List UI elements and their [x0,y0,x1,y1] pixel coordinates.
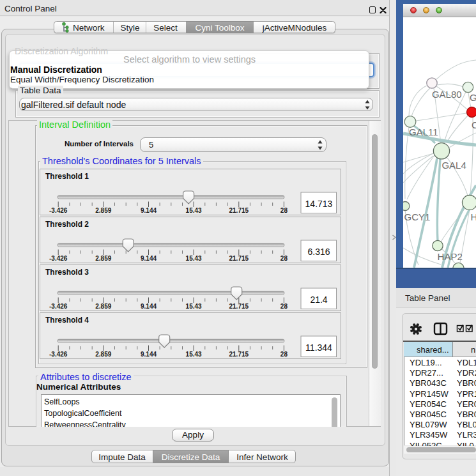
svg-text:GA: GA [470,92,476,103]
svg-text:9.144: 9.144 [141,255,157,262]
svg-text:9.144: 9.144 [141,351,157,358]
svg-text:2.859: 2.859 [95,303,111,310]
svg-text:28: 28 [280,207,288,214]
svg-text:15.43: 15.43 [186,351,202,358]
svg-text:15.43: 15.43 [186,303,202,310]
svg-text:21.715: 21.715 [229,303,249,310]
svg-text:C: C [472,119,476,130]
svg-text:28: 28 [280,255,288,262]
svg-text:6.316: 6.316 [307,247,330,257]
svg-text:HAP2: HAP2 [438,251,463,262]
svg-text:GAL4: GAL4 [441,160,466,171]
svg-text:2.859: 2.859 [95,351,111,358]
svg-text:21.715: 21.715 [229,207,249,214]
svg-text:21.4: 21.4 [310,295,327,305]
svg-text:GCY1: GCY1 [404,211,431,222]
svg-text:Threshold 3: Threshold 3 [45,268,89,277]
svg-text:9.144: 9.144 [141,303,157,310]
svg-text:2.859: 2.859 [95,207,111,214]
svg-text:28: 28 [280,303,288,310]
svg-text:2.859: 2.859 [95,255,111,262]
svg-text:-3.426: -3.426 [49,255,68,262]
svg-text:11.344: 11.344 [305,342,332,353]
svg-text:21.715: 21.715 [229,255,249,262]
svg-text:-3.426: -3.426 [49,351,68,358]
svg-text:H: H [471,211,476,222]
svg-text:14.713: 14.713 [305,199,333,209]
svg-text:9.144: 9.144 [141,207,157,214]
svg-text:15.43: 15.43 [186,255,202,262]
svg-text:Threshold 4: Threshold 4 [45,316,89,325]
svg-text:15.43: 15.43 [186,207,202,214]
svg-text:-3.426: -3.426 [49,207,68,214]
svg-text:GAL11: GAL11 [409,127,438,137]
svg-text:Threshold 1: Threshold 1 [45,172,89,181]
svg-text:Threshold 2: Threshold 2 [45,220,89,229]
svg-text:GAL80: GAL80 [432,89,462,100]
svg-text:28: 28 [280,351,288,358]
svg-text:21.715: 21.715 [229,351,249,358]
svg-text:-3.426: -3.426 [49,303,68,310]
